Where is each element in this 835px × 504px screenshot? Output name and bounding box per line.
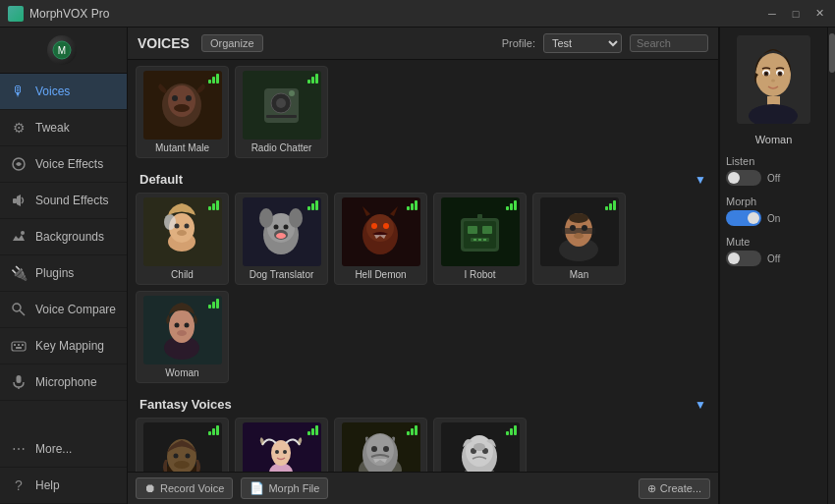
- sidebar-item-sound-effects[interactable]: Sound Effects: [0, 183, 127, 219]
- listen-label: Listen: [726, 155, 821, 167]
- voice-card-dwarf[interactable]: Dwarf: [136, 418, 229, 472]
- sidebar-item-label: Key Mapping: [35, 339, 104, 353]
- svg-point-41: [383, 223, 389, 229]
- signal-bars: [208, 200, 219, 210]
- morph-toggle[interactable]: [726, 210, 761, 226]
- sidebar-item-more[interactable]: ⋯ More...: [0, 431, 127, 468]
- voice-card-hell-demon[interactable]: Hell Demon: [334, 193, 427, 285]
- fantasy-voice-grid: Dwarf: [136, 418, 710, 472]
- svg-point-57: [574, 233, 584, 239]
- minimize-button[interactable]: ─: [764, 6, 780, 22]
- listen-control: Listen Off: [726, 155, 821, 186]
- svg-point-93: [779, 73, 781, 75]
- listen-toggle[interactable]: [726, 170, 761, 186]
- sidebar-item-plugins[interactable]: 🔌 Plugins: [0, 255, 127, 292]
- voice-img-mutant-male: [143, 71, 222, 140]
- create-button[interactable]: ⊕ Create...: [639, 478, 710, 499]
- svg-rect-43: [464, 221, 496, 249]
- svg-point-5: [13, 304, 21, 311]
- svg-point-18: [174, 104, 190, 112]
- svg-point-61: [185, 322, 190, 327]
- collapse-fantasy[interactable]: ▼: [695, 398, 706, 412]
- voice-card-child[interactable]: Child: [136, 193, 229, 285]
- svg-point-77: [383, 446, 389, 452]
- svg-rect-11: [16, 347, 22, 349]
- morph-value: On: [767, 213, 780, 224]
- voice-card-mutant-male[interactable]: Mutant Male: [136, 66, 229, 158]
- voice-img-child: [143, 197, 222, 266]
- voices-scroll-area[interactable]: Mutant Male: [128, 60, 718, 472]
- voice-compare-icon: [10, 301, 28, 318]
- tweak-icon: ⚙: [10, 119, 28, 137]
- voice-card-giant[interactable]: Giant: [334, 418, 427, 472]
- svg-point-54: [569, 213, 588, 223]
- sidebar-item-label: Voice Compare: [35, 303, 116, 316]
- mute-value: Off: [767, 253, 780, 264]
- sidebar-item-voices[interactable]: 🎙 Voices: [0, 74, 127, 110]
- voice-img-radio-chatter: [243, 71, 321, 140]
- mute-label: Mute: [726, 236, 821, 248]
- signal-bars: [605, 200, 616, 210]
- svg-rect-22: [266, 115, 297, 118]
- sidebar-item-key-mapping[interactable]: Key Mapping: [0, 328, 127, 364]
- voice-card-name: Hell Demon: [355, 269, 406, 280]
- more-icon: ⋯: [10, 440, 28, 458]
- svg-rect-3: [13, 198, 17, 203]
- sidebar-item-label: Microphone: [35, 375, 97, 389]
- voice-card-nasty-gnome[interactable]: Nasty Gnome: [433, 418, 527, 472]
- sidebar-item-microphone[interactable]: Microphone: [0, 364, 127, 401]
- section-header-default: Default ▼: [136, 166, 710, 193]
- svg-point-40: [371, 223, 377, 229]
- morph-file-button[interactable]: 📄 Morph File: [241, 477, 328, 499]
- morph-label: Morph: [726, 196, 821, 207]
- record-voice-button[interactable]: ⏺ Record Voice: [136, 477, 233, 499]
- svg-point-17: [186, 95, 192, 101]
- voice-img-female-pixie: [243, 422, 321, 472]
- svg-point-32: [259, 208, 273, 228]
- voice-card-radio-chatter[interactable]: Radio Chatter: [235, 66, 328, 158]
- organize-button[interactable]: Organize: [201, 34, 263, 52]
- profile-select[interactable]: Test: [543, 33, 622, 53]
- voice-card-man[interactable]: Man: [532, 193, 626, 285]
- svg-point-27: [175, 223, 180, 228]
- voice-img-giant: [342, 422, 420, 472]
- default-voice-grid: Child: [136, 193, 710, 383]
- listen-knob: [728, 172, 740, 184]
- signal-bars: [407, 425, 418, 435]
- voice-card-name: Dog Translator: [250, 269, 314, 280]
- sidebar-item-voice-effects[interactable]: Voice Effects: [0, 146, 127, 183]
- right-scroll-bar[interactable]: [827, 28, 835, 504]
- signal-bars: [208, 425, 219, 435]
- voice-img-woman: [143, 296, 222, 364]
- voice-card-female-pixie[interactable]: Female Pixie: [235, 418, 328, 472]
- sidebar-item-help[interactable]: ? Help: [0, 468, 127, 504]
- sidebar-item-label: Voices: [35, 84, 70, 98]
- collapse-default[interactable]: ▼: [695, 173, 706, 187]
- voice-card-name: I Robot: [464, 269, 495, 280]
- signal-bars: [407, 200, 418, 210]
- section-header-fantasy: Fantasy Voices ▼: [136, 391, 710, 418]
- mute-toggle[interactable]: [726, 251, 761, 266]
- close-button[interactable]: ✕: [811, 6, 827, 22]
- sidebar-item-voice-compare[interactable]: Voice Compare: [0, 292, 127, 328]
- signal-bars: [506, 200, 517, 210]
- svg-point-60: [175, 322, 180, 327]
- svg-rect-45: [482, 226, 492, 234]
- sidebar-item-backgrounds[interactable]: Backgrounds: [0, 219, 127, 255]
- svg-point-21: [276, 98, 286, 108]
- sidebar-item-label: Backgrounds: [35, 230, 104, 244]
- svg-rect-49: [483, 239, 486, 241]
- window-controls: ─ □ ✕: [764, 6, 827, 22]
- sidebar-item-label: Tweak: [35, 121, 70, 135]
- sidebar-item-tweak[interactable]: ⚙ Tweak: [0, 110, 127, 146]
- search-input[interactable]: [630, 34, 708, 52]
- maximize-button[interactable]: □: [788, 6, 804, 22]
- content-area: VOICES Organize Profile: Test: [128, 28, 718, 504]
- voice-card-i-robot[interactable]: I Robot: [433, 193, 527, 285]
- listen-toggle-row: Off: [726, 170, 821, 186]
- signal-bars: [307, 425, 318, 435]
- svg-point-35: [284, 224, 289, 229]
- svg-point-59: [169, 309, 195, 343]
- voice-card-woman[interactable]: Woman: [136, 291, 229, 383]
- voice-card-dog-translator[interactable]: Dog Translator: [235, 193, 328, 285]
